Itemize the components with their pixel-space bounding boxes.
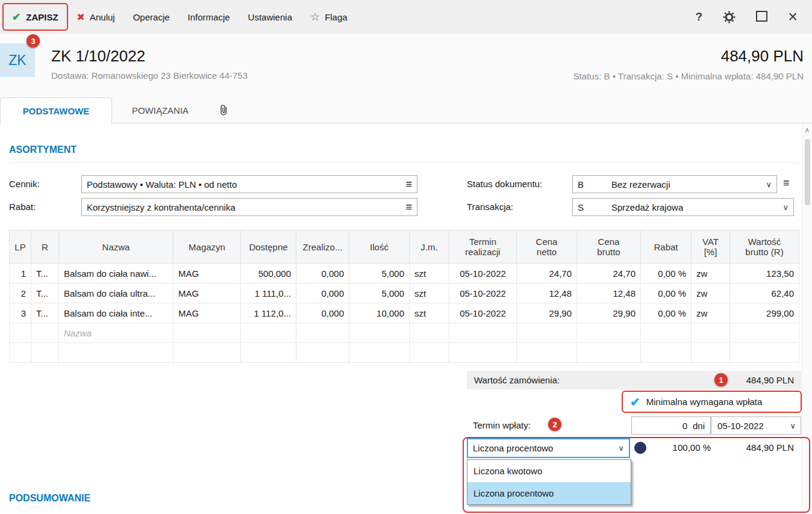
table-cell[interactable]	[577, 323, 641, 343]
table-cell[interactable]	[349, 323, 410, 343]
calc-mode-select[interactable]: Liczona procentowo ∨	[467, 438, 630, 458]
table-cell[interactable]	[410, 323, 449, 343]
cancel-button[interactable]: ✖ Anuluj	[68, 0, 124, 34]
table-row[interactable]: 1T...Balsam do ciała nawi...MAG500,0000,…	[10, 264, 799, 283]
table-cell[interactable]: 3	[10, 303, 31, 323]
table-cell[interactable]: 5,000	[349, 264, 410, 283]
payment-term-date-select[interactable]: 05-10-2022 ∨	[711, 416, 801, 435]
table-cell[interactable]	[692, 343, 730, 363]
doc-status-hamburger-icon[interactable]: ≡	[783, 177, 790, 190]
tab-powiazania[interactable]: POWIĄZANIA	[112, 98, 208, 123]
price-list-field[interactable]: Podstawowy • Waluta: PLN • od netto ≡	[81, 175, 417, 193]
paperclip-icon[interactable]	[218, 104, 230, 119]
maximize-button[interactable]	[756, 11, 767, 23]
table-cell[interactable]	[577, 343, 641, 363]
table-cell[interactable]	[59, 343, 173, 363]
table-cell[interactable]: MAG	[173, 264, 241, 283]
doc-status-select[interactable]: B Bez rezerwacji ∨	[572, 175, 777, 193]
tab-podstawowe[interactable]: PODSTAWOWE	[0, 98, 112, 124]
table-cell[interactable]: 05-10-2022	[449, 264, 517, 283]
table-cell[interactable]	[349, 343, 410, 363]
scroll-up-arrow[interactable]: ∧	[802, 126, 812, 134]
table-cell[interactable]: Balsam do ciała nawi...	[59, 264, 173, 283]
table-cell[interactable]: zw	[692, 264, 730, 283]
table-cell[interactable]	[173, 343, 241, 363]
payment-color-indicator[interactable]	[634, 442, 646, 454]
scrollbar-thumb[interactable]	[805, 139, 810, 205]
table-cell[interactable]	[641, 343, 692, 363]
table-cell[interactable]	[296, 343, 349, 363]
table-cell[interactable]: szt	[410, 283, 449, 303]
column-header[interactable]: Magazyn	[173, 231, 241, 264]
close-button[interactable]: ×	[788, 11, 798, 23]
table-cell[interactable]: szt	[410, 303, 449, 323]
table-cell[interactable]: T...	[31, 303, 59, 323]
dropdown-option[interactable]: Liczona kwotowo	[467, 460, 631, 482]
table-cell[interactable]	[449, 323, 517, 343]
table-cell[interactable]: 62,40	[730, 283, 799, 303]
table-cell[interactable]: 123,50	[730, 264, 799, 283]
column-header[interactable]: LP	[10, 231, 31, 264]
table-cell[interactable]: 500,000	[241, 264, 296, 283]
flag-button[interactable]: ☆ Flaga	[301, 0, 357, 34]
table-row[interactable]: 2T...Balsam do ciała ultra...MAG1 111,0.…	[10, 283, 799, 303]
column-header[interactable]: Cena netto	[517, 231, 577, 264]
column-header[interactable]: Nazwa	[59, 231, 173, 264]
table-cell[interactable]	[692, 323, 730, 343]
column-header[interactable]: Zrealizo...	[296, 231, 349, 264]
dropdown-option[interactable]: Liczona procentowo	[467, 482, 631, 504]
table-cell[interactable]	[410, 343, 449, 363]
table-row[interactable]: 3T...Balsam do ciała inte...MAG1 112,0..…	[10, 303, 799, 323]
table-cell[interactable]	[517, 323, 577, 343]
table-cell[interactable]: Balsam do ciała inte...	[59, 303, 173, 323]
column-header[interactable]: J.m.	[410, 231, 449, 264]
table-cell[interactable]	[241, 323, 296, 343]
table-cell[interactable]: 05-10-2022	[449, 283, 517, 303]
table-cell[interactable]	[31, 343, 59, 363]
table-cell[interactable]: 12,48	[517, 283, 577, 303]
table-cell[interactable]: MAG	[173, 283, 241, 303]
table-cell[interactable]: 0,00 %	[641, 303, 692, 323]
help-button[interactable]: ?	[696, 10, 703, 23]
payment-term-days-input[interactable]: 0 dni	[631, 416, 711, 435]
table-cell[interactable]: szt	[410, 264, 449, 283]
column-header[interactable]: R	[31, 231, 59, 264]
hamburger-menu-icon[interactable]: ≡	[405, 178, 412, 191]
table-cell[interactable]: zw	[692, 283, 730, 303]
table-cell[interactable]: 0,00 %	[641, 264, 692, 283]
menu-operacje[interactable]: Operacje	[124, 0, 179, 34]
table-cell[interactable]: Nazwa	[59, 323, 173, 343]
table-cell[interactable]: zw	[692, 303, 730, 323]
column-header[interactable]: Dostępne	[241, 231, 296, 264]
table-cell[interactable]	[296, 323, 349, 343]
table-cell[interactable]: 2	[10, 283, 31, 303]
column-header[interactable]: Wartość brutto (R)	[730, 231, 799, 264]
table-cell[interactable]: 0,000	[296, 283, 349, 303]
gear-icon[interactable]	[723, 11, 735, 23]
table-cell[interactable]: 12,48	[577, 283, 641, 303]
table-cell[interactable]: 05-10-2022	[449, 303, 517, 323]
table-cell[interactable]: 29,90	[517, 303, 577, 323]
transaction-select[interactable]: S Sprzedaż krajowa ∨	[572, 198, 794, 216]
table-cell[interactable]	[730, 323, 799, 343]
min-payment-checkbox[interactable]: ✔ Minimalna wymagana wpłata	[622, 391, 802, 413]
table-cell[interactable]: Balsam do ciała ultra...	[59, 283, 173, 303]
table-cell[interactable]	[173, 323, 241, 343]
hamburger-menu-icon[interactable]: ≡	[405, 201, 412, 214]
table-cell[interactable]	[10, 323, 31, 343]
table-cell[interactable]: 10,000	[349, 303, 410, 323]
table-cell[interactable]: 299,00	[730, 303, 799, 323]
table-cell[interactable]: 0,00 %	[641, 283, 692, 303]
table-cell[interactable]: T...	[31, 264, 59, 283]
table-cell[interactable]: 1 111,0...	[241, 283, 296, 303]
percent-field[interactable]: 100,00 %	[651, 442, 711, 453]
table-cell[interactable]	[241, 343, 296, 363]
column-header[interactable]: VAT [%]	[692, 231, 730, 264]
column-header[interactable]: Rabat	[641, 231, 692, 264]
vertical-scrollbar[interactable]: ∧	[802, 123, 812, 514]
table-cell[interactable]	[641, 323, 692, 343]
table-cell[interactable]	[517, 343, 577, 363]
column-header[interactable]: Termin realizacji	[449, 231, 517, 264]
menu-ustawienia[interactable]: Ustawienia	[239, 0, 301, 34]
table-cell[interactable]	[10, 343, 31, 363]
